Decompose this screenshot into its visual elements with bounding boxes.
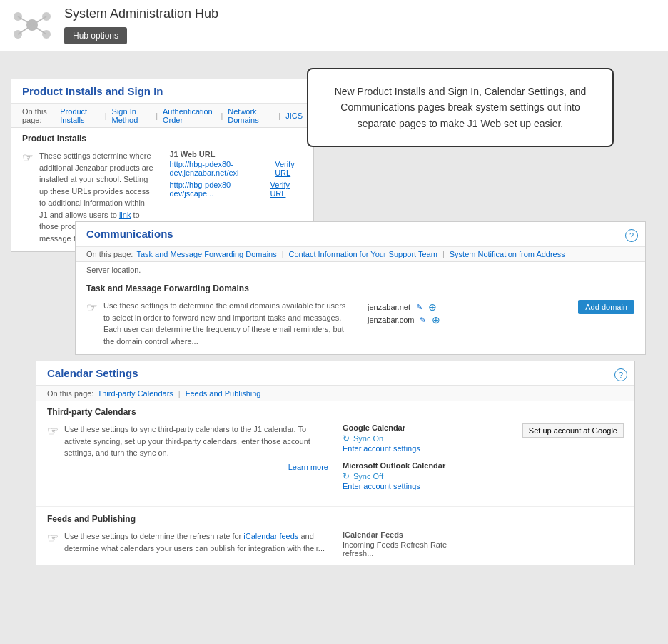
comm-hand-icon: ☞ xyxy=(86,300,98,347)
comm-desc: Use these settings to determine the emai… xyxy=(103,300,353,347)
on-this-page-label: On this page: xyxy=(22,107,56,124)
domain-1-status-icon: ⊕ xyxy=(428,301,437,313)
calendar-settings-panel: Calendar Settings ? On this page: Third-… xyxy=(36,361,635,565)
feeds-hand-icon: ☞ xyxy=(47,530,59,554)
server-location: Server location. xyxy=(76,262,645,278)
hub-options-button[interactable]: Hub options xyxy=(64,27,127,44)
google-cal-title: Google Calendar xyxy=(343,423,420,432)
info-icon[interactable]: ? xyxy=(625,229,638,242)
comm-content: ☞ Use these settings to determine the em… xyxy=(76,296,645,354)
communications-panel: Communications ? On this page: Task and … xyxy=(75,221,646,355)
google-setup-button[interactable]: Set up account at Google xyxy=(522,423,624,438)
outlook-enter-settings[interactable]: Enter account settings xyxy=(343,482,624,490)
cal-hand-icon: ☞ xyxy=(47,423,59,459)
hand-icon: ☞ xyxy=(22,150,34,244)
product-installs-title: Product Installs xyxy=(11,128,313,146)
domain-value-2: jenzabar.com xyxy=(368,316,414,324)
communications-title: Communications xyxy=(76,222,645,247)
domain-value-1: jenzabar.net xyxy=(368,303,410,311)
link-system-notification[interactable]: System Notification from Address xyxy=(450,250,565,258)
domain-row-1: jenzabar.net ✎ ⊕ xyxy=(368,301,578,313)
feeds-content: ☞ Use these settings to determine the re… xyxy=(36,527,634,565)
verify-jscape-link[interactable]: Verify URL xyxy=(270,181,303,198)
google-sync-icon: ↻ xyxy=(343,433,350,443)
icalendar-label: iCalendar Feeds xyxy=(343,530,624,539)
outlook-sync-row: ↻ Sync Off xyxy=(343,471,624,481)
page-title: System Administration Hub xyxy=(64,6,657,21)
calendar-on-this-page: On this page: Third-party Calendars | Fe… xyxy=(36,386,634,401)
domain-row-2: jenzabar.com ✎ ⊕ xyxy=(368,314,634,326)
outlook-sync-icon: ↻ xyxy=(343,471,350,481)
feeds-publishing-title: Feeds and Publishing xyxy=(36,506,634,527)
calendars-col: Google Calendar ↻ Sync On Enter account … xyxy=(328,423,624,499)
link-feeds-publishing[interactable]: Feeds and Publishing xyxy=(186,389,261,398)
domains-col: Add domain jenzabar.net ✎ ⊕ jenzabar.com… xyxy=(353,300,634,347)
outlook-calendar-item: Microsoft Outlook Calendar ↻ Sync Off En… xyxy=(343,461,624,490)
product-on-this-page: On this page: Product Installs | Sign In… xyxy=(11,104,313,128)
google-calendar-item: Google Calendar ↻ Sync On Enter account … xyxy=(343,423,624,453)
google-sync-row: ↻ Sync On xyxy=(343,433,420,443)
add-domain-button[interactable]: Add domain xyxy=(578,300,634,314)
link-network-domains[interactable]: Network Domains xyxy=(228,107,273,124)
google-sync-status: Sync On xyxy=(353,434,383,443)
edit-domain-1-icon[interactable]: ✎ xyxy=(416,303,422,312)
link-sign-in-method[interactable]: Sign In Method xyxy=(112,107,151,124)
icalendar-col: iCalendar Feeds Incoming Feeds Refresh R… xyxy=(328,530,624,558)
google-enter-settings[interactable]: Enter account settings xyxy=(343,444,420,453)
calendar-info-icon[interactable]: ? xyxy=(614,368,627,381)
outlook-sync-status: Sync Off xyxy=(353,472,383,481)
third-party-cal-title: Third-party Calendars xyxy=(36,401,634,420)
edit-domain-2-icon[interactable]: ✎ xyxy=(420,316,426,325)
header: System Administration Hub Hub options xyxy=(0,0,668,51)
link-task-forwarding[interactable]: Task and Message Forwarding Domains xyxy=(136,250,276,258)
refresh-label: refresh... xyxy=(343,549,624,558)
link-auth-order[interactable]: Authentication Order xyxy=(163,107,216,124)
incoming-feeds-label: Incoming Feeds Refresh Rate xyxy=(343,540,624,549)
jscape-url-value: http://hbg-pdex80-dev/jscape... xyxy=(170,181,263,198)
learn-more-link[interactable]: Learn more xyxy=(47,459,328,471)
product-panel-title: Product Installs and Sign In xyxy=(11,79,313,104)
link-third-party-cal[interactable]: Third-party Calendars xyxy=(97,389,173,398)
logo-icon xyxy=(11,6,54,45)
calendar-content: ☞ Use these settings to sync third-party… xyxy=(36,420,634,506)
page-wrapper: System Administration Hub Hub options Ne… xyxy=(0,0,668,644)
comm-on-this-page: On this page: Task and Message Forwardin… xyxy=(76,247,645,262)
tooltip-text: New Product Installs and Sign In, Calend… xyxy=(335,86,587,129)
verify-url-link[interactable]: Verify URL xyxy=(275,160,303,177)
link-jics[interactable]: JICS xyxy=(285,111,303,120)
cal-desc: Use these settings to sync third-party c… xyxy=(64,423,328,459)
tooltip-box: New Product Installs and Sign In, Calend… xyxy=(307,68,614,147)
link-product-installs[interactable]: Product Installs xyxy=(60,107,99,124)
calendar-title: Calendar Settings xyxy=(36,361,634,386)
link-contact-info[interactable]: Contact Information for Your Support Tea… xyxy=(289,250,437,258)
j1-web-url-value: http://hbg-pdex80-dev.jenzabar.net/exi xyxy=(170,160,268,177)
domain-2-status-icon: ⊕ xyxy=(432,314,440,326)
j1-web-url-label: J1 Web URL xyxy=(170,150,303,159)
task-forwarding-title: Task and Message Forwarding Domains xyxy=(76,278,645,296)
outlook-cal-title: Microsoft Outlook Calendar xyxy=(343,461,624,470)
feeds-desc: Use these settings to determine the refr… xyxy=(64,530,328,554)
